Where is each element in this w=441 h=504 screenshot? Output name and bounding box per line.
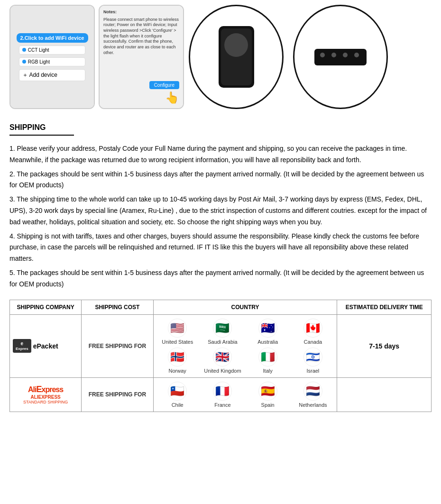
speaker-images bbox=[189, 5, 388, 109]
country-us: 🇺🇸 United States bbox=[156, 319, 199, 345]
country-nl: 🇳🇱 Netherlands bbox=[292, 382, 334, 408]
shipping-para-2: 2. The packages should be sent within 1-… bbox=[9, 169, 432, 192]
shipping-section: SHIPPING 1. Please verify your address, … bbox=[0, 114, 441, 412]
aliexpress-sub1: ALIEXPRESS bbox=[30, 394, 60, 400]
country-grid-epacket: 🇺🇸 United States 🇸🇦 Saudi Arabia 🇦🇺 Aust… bbox=[156, 319, 334, 374]
aliexpress-logo: AliExpress ALIEXPRESS STANDARD SHIPPING bbox=[13, 385, 78, 404]
flag-fr: 🇫🇷 bbox=[213, 382, 232, 401]
country-ca: 🇨🇦 Canada bbox=[292, 319, 334, 345]
free-shipping-label-epacket: FREE SHIPPING FOR bbox=[84, 343, 150, 349]
shipping-para-4: 4. Shipping is not with tariffs, taxes a… bbox=[9, 231, 432, 265]
flag-us: 🇺🇸 bbox=[168, 319, 187, 338]
flag-it: 🇮🇹 bbox=[258, 348, 277, 367]
top-image-area: 2.Click to add WiFi device CCT Light RGB… bbox=[0, 0, 441, 114]
table-row-aliexpress: AliExpress ALIEXPRESS STANDARD SHIPPING … bbox=[10, 377, 432, 412]
shipping-para-3: 3. The shipping time to the whole world … bbox=[9, 194, 432, 228]
col-header-country: COUNTRY bbox=[153, 300, 337, 314]
epacket-box-icon: e Expres bbox=[13, 339, 31, 353]
country-es: 🇪🇸 Spain bbox=[247, 382, 289, 408]
flag-au: 🇦🇺 bbox=[258, 319, 277, 338]
configure-button[interactable]: Configure bbox=[149, 81, 179, 89]
phone-2: Notes: Please connect smart phone to wir… bbox=[99, 5, 184, 109]
flag-no: 🇳🇴 bbox=[168, 348, 187, 367]
device-item-add: ＋ Add device bbox=[19, 69, 85, 81]
countries-cell-aliexpress: 🇨🇱 Chile 🇫🇷 France 🇪🇸 Spain 🇳🇱 bbox=[153, 377, 337, 412]
delivery-cell-epacket: 7-15 days bbox=[337, 314, 432, 377]
echo-dot-circle bbox=[293, 5, 388, 109]
epacket-logo: e Expres ePacket bbox=[13, 339, 78, 353]
country-name-es: Spain bbox=[261, 402, 275, 408]
phone2-notes-title: Notes: bbox=[103, 9, 179, 15]
country-fr: 🇫🇷 France bbox=[202, 382, 244, 408]
country-sa: 🇸🇦 Saudi Arabia bbox=[202, 319, 244, 345]
aliexpress-logo-text: AliExpress bbox=[28, 385, 63, 394]
cost-cell-epacket: FREE SHIPPING FOR bbox=[82, 314, 153, 377]
country-name-it: Italy bbox=[263, 368, 273, 374]
country-name-au: Australia bbox=[257, 339, 278, 345]
country-cl: 🇨🇱 Chile bbox=[156, 382, 199, 408]
shipping-title: SHIPPING bbox=[9, 123, 74, 136]
country-name-gb: United Kingdom bbox=[204, 368, 241, 374]
country-no: 🇳🇴 Norway bbox=[156, 348, 199, 374]
flag-cl: 🇨🇱 bbox=[168, 382, 187, 401]
country-il: 🇮🇱 Israel bbox=[292, 348, 334, 374]
country-name-sa: Saudi Arabia bbox=[208, 339, 237, 345]
country-au: 🇦🇺 Australia bbox=[247, 319, 289, 345]
aliexpress-sub2: STANDARD SHIPPING bbox=[23, 400, 68, 404]
country-name-il: Israel bbox=[306, 368, 319, 374]
device-item-rgb: RGB Light bbox=[19, 57, 85, 66]
shipping-para-5: 5. The packages should be sent within 1-… bbox=[9, 267, 432, 290]
country-it: 🇮🇹 Italy bbox=[247, 348, 289, 374]
phone2-notes-text: Please connect smart phone to wireless r… bbox=[103, 17, 179, 56]
delivery-cell-aliexpress bbox=[337, 377, 432, 412]
cursor-icon: 👆 bbox=[165, 91, 179, 104]
flag-nl: 🇳🇱 bbox=[303, 382, 322, 401]
country-name-nl: Netherlands bbox=[299, 402, 327, 408]
country-grid-aliexpress: 🇨🇱 Chile 🇫🇷 France 🇪🇸 Spain 🇳🇱 bbox=[156, 382, 334, 408]
free-shipping-label-aliexpress: FREE SHIPPING FOR bbox=[84, 391, 150, 398]
country-name-no: Norway bbox=[169, 368, 186, 374]
shipping-table: SHIPPING COMPANY SHIPPING COST COUNTRY E… bbox=[9, 300, 432, 412]
phone-mockups: 2.Click to add WiFi device CCT Light RGB… bbox=[9, 5, 184, 109]
flag-il: 🇮🇱 bbox=[303, 348, 322, 367]
echo-tall-circle bbox=[189, 5, 284, 109]
country-name-cl: Chile bbox=[172, 402, 184, 408]
col-header-cost: SHIPPING COST bbox=[82, 300, 153, 314]
device-item-cct: CCT Light bbox=[19, 46, 85, 55]
company-cell-aliexpress: AliExpress ALIEXPRESS STANDARD SHIPPING bbox=[10, 377, 82, 412]
company-cell-epacket: e Expres ePacket bbox=[10, 314, 82, 377]
countries-cell-epacket: 🇺🇸 United States 🇸🇦 Saudi Arabia 🇦🇺 Aust… bbox=[153, 314, 337, 377]
delivery-time-epacket: 7-15 days bbox=[340, 342, 428, 350]
country-name-ca: Canada bbox=[304, 339, 322, 345]
col-header-delivery: ESTIMATED DELIVERY TIME bbox=[337, 300, 432, 314]
cost-cell-aliexpress: FREE SHIPPING FOR bbox=[82, 377, 153, 412]
flag-ca: 🇨🇦 bbox=[303, 319, 322, 338]
col-header-company: SHIPPING COMPANY bbox=[10, 300, 82, 314]
country-name-fr: France bbox=[214, 402, 230, 408]
epacket-text: ePacket bbox=[33, 342, 58, 350]
country-gb: 🇬🇧 United Kingdom bbox=[202, 348, 244, 374]
country-name-us: United States bbox=[162, 339, 193, 345]
flag-sa: 🇸🇦 bbox=[213, 319, 232, 338]
flag-gb: 🇬🇧 bbox=[213, 348, 232, 367]
wifi-label: 2.Click to add WiFi device bbox=[17, 33, 88, 43]
table-row-epacket: e Expres ePacket FREE SHIPPING FOR 🇺🇸 Un… bbox=[10, 314, 432, 377]
flag-es: 🇪🇸 bbox=[258, 382, 277, 401]
phone-1: 2.Click to add WiFi device CCT Light RGB… bbox=[9, 5, 95, 109]
shipping-para-1: 1. Please verify your address, Postaly C… bbox=[9, 143, 432, 166]
